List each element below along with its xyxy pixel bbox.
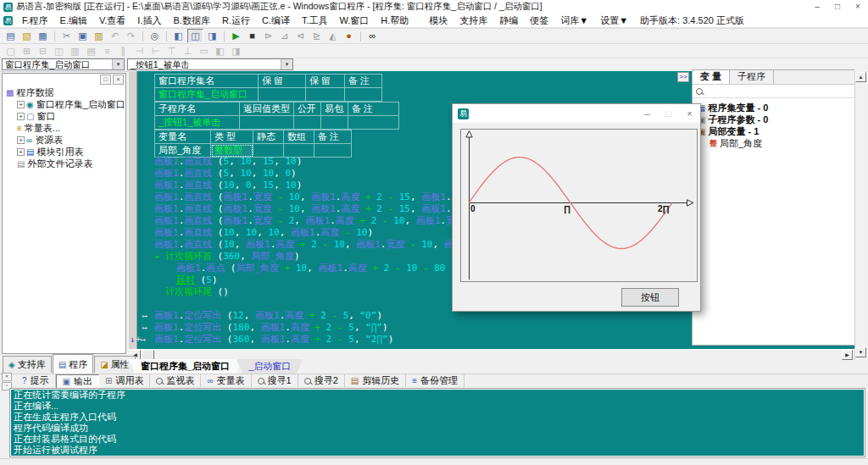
dropdown-arrow-icon[interactable]: ▼ xyxy=(112,59,124,69)
variable-item-subroutine-params[interactable]: ▣子程序参数 - 0 xyxy=(698,113,854,125)
variable-item-assembly-variables[interactable]: ▦程序集变量 - 0 xyxy=(698,102,854,113)
tree-item-window-program-set[interactable]: +◉窗口程序集_启动窗口 xyxy=(5,98,125,110)
center-v-button[interactable]: ⊥ xyxy=(181,45,195,58)
tab-search-2[interactable]: 搜寻2 xyxy=(298,374,345,387)
tab-clip-history[interactable]: ▤剪辑历史 xyxy=(345,374,406,387)
maximize-button[interactable]: □ xyxy=(827,1,848,14)
cut-button[interactable]: ✂ xyxy=(59,30,74,42)
menu-item-program[interactable]: F.程序 xyxy=(16,14,54,27)
tab-call-table[interactable]: ⊞调用表 xyxy=(99,374,150,387)
layout-2-button[interactable]: ◫ xyxy=(187,29,203,43)
tree-item-resource-table[interactable]: +∞资源表 xyxy=(5,134,125,146)
expand-icon[interactable]: + xyxy=(17,136,25,144)
tab-support-lib[interactable]: ◈支持库 xyxy=(3,356,52,373)
tab-variable-table[interactable]: ∞变量表 xyxy=(201,374,251,387)
paste-button[interactable]: ▥ xyxy=(92,30,106,42)
tree-item-module-ref-table[interactable]: +▤模块引用表 xyxy=(5,146,125,158)
redo-button[interactable]: ↷ xyxy=(124,30,138,42)
table-value-cell[interactable] xyxy=(259,88,306,102)
float-panel-button[interactable]: □ xyxy=(100,75,111,85)
variable-item-local-angle[interactable]: 整局部_角度 xyxy=(698,137,854,149)
copy-button[interactable]: ▣ xyxy=(75,30,90,42)
expand-icon[interactable]: + xyxy=(17,101,25,108)
table-value-cell[interactable] xyxy=(306,88,345,102)
tab-program[interactable]: ▤程序 xyxy=(53,354,93,374)
menu-item-edit[interactable]: E.编辑 xyxy=(54,14,93,27)
menu-item-module[interactable]: 模块 xyxy=(423,14,453,27)
tab-variables[interactable]: 变 量 xyxy=(693,70,730,84)
popup-maximize-button[interactable]: □ xyxy=(658,105,679,123)
quick-find-button[interactable]: ∞ xyxy=(365,30,380,42)
program-window-titlebar[interactable]: 易 – □ × xyxy=(453,104,700,124)
scroll-up-button[interactable]: ▲ xyxy=(855,72,866,82)
split-button[interactable]: ◫ xyxy=(52,45,66,58)
run-button[interactable]: ▶ xyxy=(229,30,243,42)
space-evenly-button[interactable]: ▭ xyxy=(197,45,211,58)
editor-vertical-scrollbar[interactable]: ▲ ▼ xyxy=(854,71,867,360)
tab-backup-manager[interactable]: ≡备份管理 xyxy=(406,374,465,387)
step-out-button[interactable]: ⊲ xyxy=(293,30,308,42)
breakpoint-button[interactable]: ● xyxy=(342,30,356,42)
menu-item-help[interactable]: H.帮助 xyxy=(375,14,415,27)
menu-item-insert[interactable]: I.插入 xyxy=(131,14,167,27)
to-front-button[interactable]: ◧ xyxy=(213,45,227,58)
new-button[interactable]: ▤ xyxy=(3,30,18,42)
expand-icon[interactable]: + xyxy=(17,113,25,120)
menu-item-window[interactable]: W.窗口 xyxy=(333,14,375,27)
tab-search-1[interactable]: 搜寻1 xyxy=(252,374,298,387)
open-button[interactable]: ▧ xyxy=(19,30,34,42)
menu-item-static-compile[interactable]: 静编 xyxy=(493,14,524,27)
stop-button[interactable]: ■ xyxy=(245,30,259,42)
menu-item-database[interactable]: B.数据库 xyxy=(167,14,215,27)
popup-minimize-button[interactable]: – xyxy=(637,105,658,123)
step-over-button[interactable]: ⊿ xyxy=(277,30,292,42)
align-top-button[interactable]: ≡ xyxy=(100,45,114,58)
close-button[interactable]: × xyxy=(848,1,868,14)
menu-item-run[interactable]: R.运行 xyxy=(216,14,256,27)
layout-1-button[interactable]: ◧ xyxy=(171,30,186,42)
pause-button[interactable]: ◭ xyxy=(326,30,340,42)
find-button[interactable]: ◎ xyxy=(147,30,162,42)
form-designer-button[interactable]: ▢ xyxy=(3,45,18,58)
variable-search-input[interactable] xyxy=(706,86,854,97)
center-h-button[interactable]: ⊤ xyxy=(164,45,179,58)
tab-subroutines[interactable]: 子程序 xyxy=(730,70,774,84)
menu-item-notes[interactable]: 便签 xyxy=(524,14,554,27)
minimize-button[interactable]: – xyxy=(807,1,827,14)
run-to-cursor-button[interactable]: ⊵ xyxy=(309,30,324,42)
collapse-right-panel-button[interactable]: >> xyxy=(677,72,689,82)
align-right-button[interactable]: ▤ xyxy=(84,45,98,58)
popup-close-button[interactable]: × xyxy=(679,105,700,123)
scroll-down-button[interactable]: ▼ xyxy=(855,347,866,357)
table-value-cell[interactable] xyxy=(294,116,321,130)
to-back-button[interactable]: ◨ xyxy=(229,45,243,58)
subroutine-combo[interactable]: _按钮1_被单击 ▼ xyxy=(127,58,293,70)
menu-item-dictionary[interactable]: 词库▼ xyxy=(554,14,594,27)
close-panel-button[interactable]: × xyxy=(113,75,124,85)
tree-item-external-file-table[interactable]: ▤外部文件记录表 xyxy=(5,158,125,169)
align-left-button[interactable]: ▥ xyxy=(68,45,82,58)
step-into-button[interactable]: ⊳ xyxy=(261,30,275,42)
undo-button[interactable]: ↶ xyxy=(108,30,122,42)
save-button[interactable]: ▦ xyxy=(36,30,50,42)
tab-output[interactable]: ▣输出 xyxy=(56,374,99,389)
align-bottom-button[interactable]: ∥ xyxy=(116,45,131,58)
menu-item-support-lib[interactable]: 支持库 xyxy=(453,14,493,27)
group-button[interactable]: ⊟ xyxy=(36,45,50,58)
same-height-button[interactable]: ⊢ xyxy=(148,45,163,58)
close-dock-button[interactable]: × xyxy=(2,373,12,381)
table-value-cell[interactable]: _按钮1_被单击 xyxy=(155,116,240,130)
program-button[interactable]: 按钮 xyxy=(621,288,679,307)
snap-grid-button[interactable]: ⊞ xyxy=(19,45,34,58)
table-value-cell[interactable] xyxy=(345,88,382,102)
dropdown-arrow-icon[interactable]: ▼ xyxy=(281,59,292,69)
tree-item-program-data[interactable]: ▩程序数据 xyxy=(5,86,125,98)
scroll-right-button[interactable]: ▶ xyxy=(842,350,853,360)
tab-hints[interactable]: ?提示 xyxy=(16,374,56,387)
table-value-cell[interactable] xyxy=(348,116,399,130)
tree-item-constant-table[interactable]: ≡常量表... xyxy=(5,122,125,134)
tab-watch-table[interactable]: 监视表 xyxy=(150,374,201,387)
program-set-combo[interactable]: 窗口程序集_启动窗口 ▼ xyxy=(2,58,125,70)
menu-item-compile[interactable]: C.编译 xyxy=(256,14,296,27)
same-width-button[interactable]: ⊣ xyxy=(132,45,147,58)
